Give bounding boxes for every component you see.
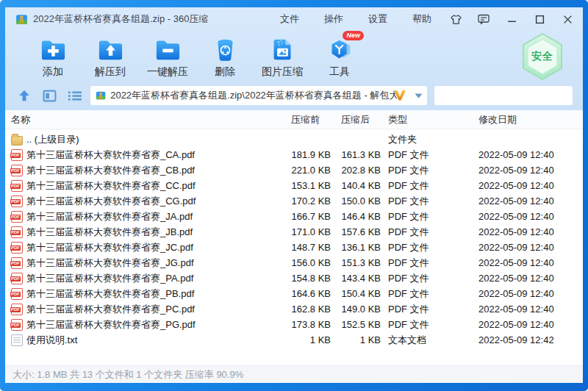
size-after: 157.6 KB xyxy=(332,226,382,237)
table-row[interactable]: 第十三届蓝桥杯大赛软件赛省赛_CA.pdf 181.9 KB 161.3 KB … xyxy=(5,147,583,162)
file-name: 第十三届蓝桥杯大赛软件赛省赛_PA.pdf xyxy=(26,272,193,285)
table-row[interactable]: 第十三届蓝桥杯大赛软件赛省赛_PC.pdf 162.8 KB 149.0 KB … xyxy=(5,301,583,317)
pdf-icon xyxy=(11,196,23,207)
column-header-before[interactable]: 压缩前 xyxy=(282,113,332,126)
file-type: PDF 文件 xyxy=(382,164,474,177)
address-bar[interactable]: 2022年蓝桥杯省赛真各组题.zip\2022年蓝桥杯省赛真各组题 - 解包大小… xyxy=(90,86,427,105)
shirt-icon xyxy=(450,14,462,25)
pdf-icon xyxy=(11,242,23,254)
modified-date: 2022-05-09 12:40 xyxy=(474,242,583,253)
size-after: 140.4 KB xyxy=(332,180,382,191)
minimize-button[interactable] xyxy=(503,12,520,26)
tools-cube-icon xyxy=(327,37,353,62)
table-row[interactable]: 第十三届蓝桥杯大赛软件赛省赛_JG.pdf 156.0 KB 151.3 KB … xyxy=(5,255,583,270)
pane-view-button[interactable] xyxy=(40,87,58,104)
file-type: PDF 文件 xyxy=(382,241,474,254)
file-name: 使用说明.txt xyxy=(26,334,77,347)
file-name: 第十三届蓝桥杯大赛软件赛省赛_PB.pdf xyxy=(26,287,194,301)
file-name: 第十三届蓝桥杯大赛软件赛省赛_PG.pdf xyxy=(26,318,196,331)
feedback-button[interactable] xyxy=(476,12,492,26)
close-button[interactable] xyxy=(559,12,576,26)
table-row[interactable]: 使用说明.txt 1 KB 1 KB 文本文档 2022-05-09 12:42 xyxy=(5,332,583,348)
size-before: 153.1 KB xyxy=(282,180,332,191)
size-before: 221.0 KB xyxy=(282,165,332,176)
table-row[interactable]: 第十三届蓝桥杯大赛软件赛省赛_PG.pdf 173.8 KB 152.5 KB … xyxy=(5,317,583,332)
zip-file-icon xyxy=(15,13,28,26)
size-after: 151.3 KB xyxy=(332,257,382,268)
maximize-button[interactable] xyxy=(531,12,548,26)
skin-theme-button[interactable] xyxy=(448,12,464,26)
one-click-extract-button[interactable]: 一键解压 xyxy=(139,37,196,79)
file-type: PDF 文件 xyxy=(382,257,474,270)
image-compress-button[interactable]: 图片压缩 xyxy=(254,37,311,79)
title-bar[interactable]: 2022年蓝桥杯省赛真各组题.zip - 360压缩 文件 操作 设置 帮助 xyxy=(5,7,583,31)
table-row[interactable]: 第十三届蓝桥杯大赛软件赛省赛_CC.pdf 153.1 KB 140.4 KB … xyxy=(5,178,583,193)
menu-settings[interactable]: 设置 xyxy=(368,12,387,26)
address-row: 2022年蓝桥杯省赛真各组题.zip\2022年蓝桥杯省赛真各组题 - 解包大小… xyxy=(5,85,583,110)
column-header-after[interactable]: 压缩后 xyxy=(332,113,382,126)
table-row[interactable]: .. (上级目录) 文件夹 xyxy=(5,132,583,147)
extract-to-button[interactable]: 解压到 xyxy=(82,37,139,79)
size-before: 156.0 KB xyxy=(282,257,332,268)
status-bar: 大小: 1.8 MB 共 13 个文件和 1 个文件夹 压缩率 90.9% xyxy=(5,365,583,383)
delete-button[interactable]: 删除 xyxy=(196,37,254,79)
address-path: 2022年蓝桥杯省赛真各组题.zip\2022年蓝桥杯省赛真各组题 - 解包大小… xyxy=(110,89,397,102)
file-type: PDF 文件 xyxy=(382,210,474,223)
size-before: 1 KB xyxy=(282,334,332,345)
menu-help[interactable]: 帮助 xyxy=(412,12,431,26)
size-after: 150.0 KB xyxy=(332,196,382,207)
security-badge[interactable]: 安全 xyxy=(521,32,564,81)
size-after: 161.3 KB xyxy=(332,149,382,160)
modified-date: 2022-05-09 12:40 xyxy=(474,304,583,315)
table-row[interactable]: 第十三届蓝桥杯大赛软件赛省赛_CG.pdf 170.2 KB 150.0 KB … xyxy=(5,193,583,209)
arrow-up-icon xyxy=(18,89,31,102)
zip-file-icon xyxy=(96,90,106,101)
pdf-icon xyxy=(11,273,23,284)
column-header-date[interactable]: 修改日期 xyxy=(474,113,583,126)
pdf-icon xyxy=(11,149,23,161)
table-row[interactable]: 第十三届蓝桥杯大赛软件赛省赛_CB.pdf 221.0 KB 202.8 KB … xyxy=(5,162,583,178)
up-level-button[interactable] xyxy=(15,87,33,104)
search-input[interactable] xyxy=(437,86,567,105)
chevron-down-icon[interactable] xyxy=(415,93,423,98)
size-before: 170.2 KB xyxy=(282,196,332,207)
file-name: 第十三届蓝桥杯大赛软件赛省赛_PC.pdf xyxy=(26,303,195,316)
tools-button[interactable]: New 工具 xyxy=(311,37,368,79)
modified-date: 2022-05-09 12:42 xyxy=(474,334,583,345)
table-row[interactable]: 第十三届蓝桥杯大赛软件赛省赛_JC.pdf 148.7 KB 136.1 KB … xyxy=(5,240,583,255)
modified-date: 2022-05-09 12:40 xyxy=(474,288,583,299)
table-row[interactable]: 第十三届蓝桥杯大赛软件赛省赛_JA.pdf 166.7 KB 146.4 KB … xyxy=(5,209,583,224)
list-view-button[interactable] xyxy=(65,87,83,104)
column-header-name[interactable]: 名称 xyxy=(5,113,282,126)
file-type: PDF 文件 xyxy=(382,272,474,285)
file-type: PDF 文件 xyxy=(382,179,474,193)
file-type: PDF 文件 xyxy=(382,318,474,331)
modified-date: 2022-05-09 12:40 xyxy=(474,165,583,176)
pdf-icon xyxy=(11,319,23,331)
image-compress-icon xyxy=(270,37,295,62)
pdf-icon xyxy=(11,226,23,238)
menu-file[interactable]: 文件 xyxy=(280,12,299,26)
table-row[interactable]: 第十三届蓝桥杯大赛软件赛省赛_JB.pdf 171.0 KB 157.6 KB … xyxy=(5,224,583,240)
column-header-type[interactable]: 类型 xyxy=(382,113,474,126)
modified-date: 2022-05-09 12:40 xyxy=(474,273,583,284)
menu-actions[interactable]: 操作 xyxy=(324,12,343,26)
maximize-icon xyxy=(535,15,545,24)
tool-label: 添加 xyxy=(43,65,63,79)
close-icon xyxy=(563,15,573,24)
size-after: 143.4 KB xyxy=(332,273,382,284)
modified-date: 2022-05-09 12:40 xyxy=(474,149,583,160)
size-after: 146.4 KB xyxy=(332,211,382,222)
modified-date: 2022-05-09 12:40 xyxy=(474,226,583,237)
file-name: 第十三届蓝桥杯大赛软件赛省赛_JG.pdf xyxy=(26,257,194,270)
size-after: 136.1 KB xyxy=(332,242,382,253)
minimize-icon xyxy=(507,15,517,24)
add-button[interactable]: 添加 xyxy=(24,37,82,79)
file-list-panel: 名称 压缩前 压缩后 类型 修改日期 .. (上级目录) 文件夹 第十三届蓝桥杯… xyxy=(5,110,583,365)
table-row[interactable]: 第十三届蓝桥杯大赛软件赛省赛_PB.pdf 164.6 KB 150.4 KB … xyxy=(5,286,583,301)
list-view-icon xyxy=(68,90,82,101)
file-type: PDF 文件 xyxy=(382,148,474,162)
file-type: PDF 文件 xyxy=(382,195,474,208)
search-box[interactable] xyxy=(434,86,573,105)
table-row[interactable]: 第十三届蓝桥杯大赛软件赛省赛_PA.pdf 154.8 KB 143.4 KB … xyxy=(5,270,583,286)
